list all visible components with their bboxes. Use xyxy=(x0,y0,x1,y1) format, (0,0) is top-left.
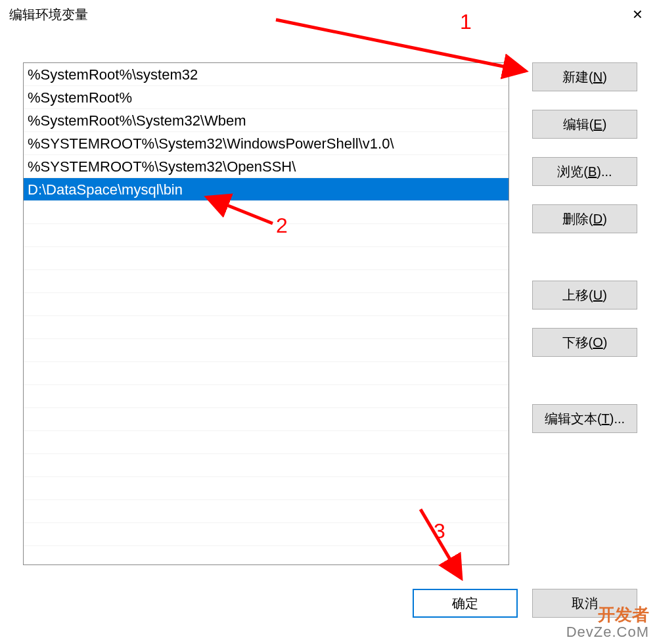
list-empty-row xyxy=(24,293,509,316)
new-button[interactable]: 新建(N) xyxy=(532,62,637,91)
move-down-button-label: 下移(O) xyxy=(562,334,608,352)
list-empty-row xyxy=(24,270,509,293)
delete-button-label: 删除(D) xyxy=(562,210,607,228)
list-empty-row xyxy=(24,316,509,339)
watermark: 开发者 DevZe.CoM xyxy=(566,605,649,640)
move-down-button[interactable]: 下移(O) xyxy=(532,328,637,357)
list-empty-row xyxy=(24,454,509,477)
edit-text-button[interactable]: 编辑文本(T)... xyxy=(532,404,637,433)
browse-button[interactable]: 浏览(B)... xyxy=(532,157,637,186)
list-item[interactable]: %SystemRoot%\system32 xyxy=(24,63,509,86)
browse-button-label: 浏览(B)... xyxy=(557,163,612,181)
edit-button[interactable]: 编辑(E) xyxy=(532,110,637,139)
list-empty-row xyxy=(24,339,509,362)
list-empty-row xyxy=(24,362,509,385)
move-up-button[interactable]: 上移(U) xyxy=(532,281,637,310)
ok-button-label: 确定 xyxy=(452,595,478,612)
list-empty-row xyxy=(24,408,509,431)
titlebar: 编辑环境变量 ✕ xyxy=(0,0,657,29)
list-item[interactable]: %SystemRoot% xyxy=(24,86,509,109)
side-buttons: 新建(N) 编辑(E) 浏览(B)... 删除(D) 上移(U) 下移(O) 编… xyxy=(532,62,637,433)
edit-button-label: 编辑(E) xyxy=(563,116,607,133)
list-item[interactable]: D:\DataSpace\mysql\bin xyxy=(24,178,509,201)
annotation-label-3: 3 xyxy=(434,519,445,543)
path-listbox[interactable]: %SystemRoot%\system32%SystemRoot%%System… xyxy=(23,62,509,565)
list-empty-row xyxy=(24,385,509,408)
new-button-label: 新建(N) xyxy=(562,68,607,86)
window-title: 编辑环境变量 xyxy=(9,6,88,24)
close-button[interactable]: ✕ xyxy=(618,0,657,29)
edit-text-button-label: 编辑文本(T)... xyxy=(545,410,625,428)
move-up-button-label: 上移(U) xyxy=(562,287,607,304)
ok-button[interactable]: 确定 xyxy=(413,589,518,618)
list-empty-row xyxy=(24,201,509,224)
list-empty-row xyxy=(24,224,509,247)
annotation-label-1: 1 xyxy=(460,10,472,34)
watermark-line1: 开发者 xyxy=(566,605,649,624)
list-item[interactable]: %SYSTEMROOT%\System32\WindowsPowerShell\… xyxy=(24,132,509,155)
list-item[interactable]: %SYSTEMROOT%\System32\OpenSSH\ xyxy=(24,155,509,178)
watermark-line2: DevZe.CoM xyxy=(566,624,649,640)
close-icon: ✕ xyxy=(632,7,643,22)
delete-button[interactable]: 删除(D) xyxy=(532,204,637,233)
list-empty-row xyxy=(24,247,509,270)
list-item[interactable]: %SystemRoot%\System32\Wbem xyxy=(24,109,509,132)
list-empty-row xyxy=(24,431,509,454)
list-empty-row xyxy=(24,477,509,500)
annotation-label-2: 2 xyxy=(276,214,288,238)
